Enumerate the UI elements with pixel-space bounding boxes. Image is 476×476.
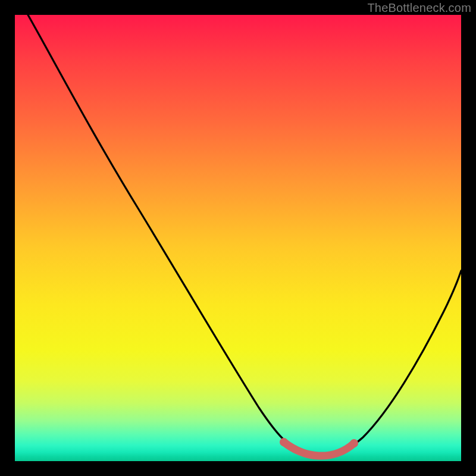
optimal-range-start-dot	[280, 438, 288, 446]
optimal-range-segment	[284, 442, 354, 456]
chart-svg	[15, 15, 461, 461]
chart-plot-area	[15, 15, 461, 461]
optimal-range-end-dot	[350, 439, 358, 447]
chart-frame: TheBottleneck.com	[0, 0, 476, 476]
bottleneck-curve	[28, 15, 461, 455]
watermark-text: TheBottleneck.com	[367, 1, 471, 15]
